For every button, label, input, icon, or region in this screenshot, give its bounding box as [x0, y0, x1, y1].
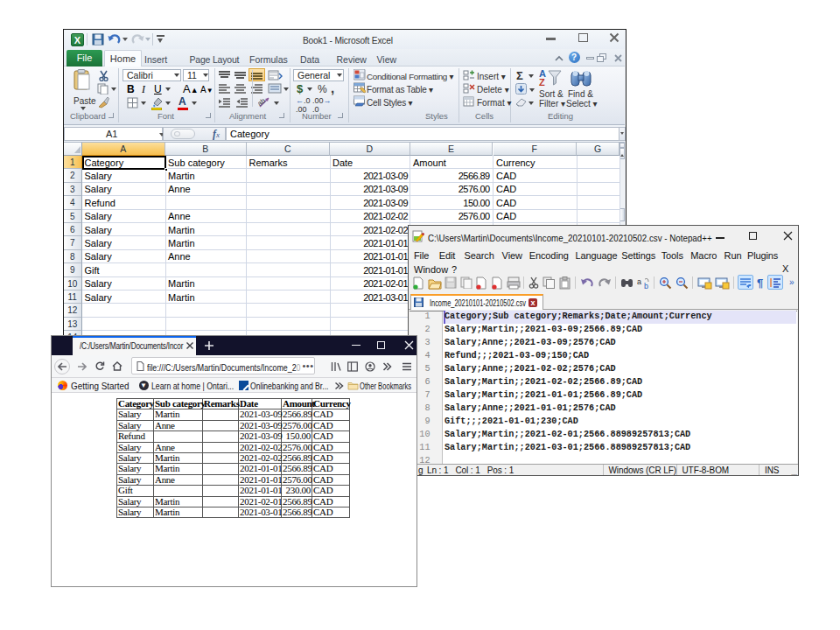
svg-text:b: b: [644, 282, 648, 290]
svg-text:a: a: [637, 277, 641, 286]
svg-text:ab: ab: [258, 96, 268, 108]
